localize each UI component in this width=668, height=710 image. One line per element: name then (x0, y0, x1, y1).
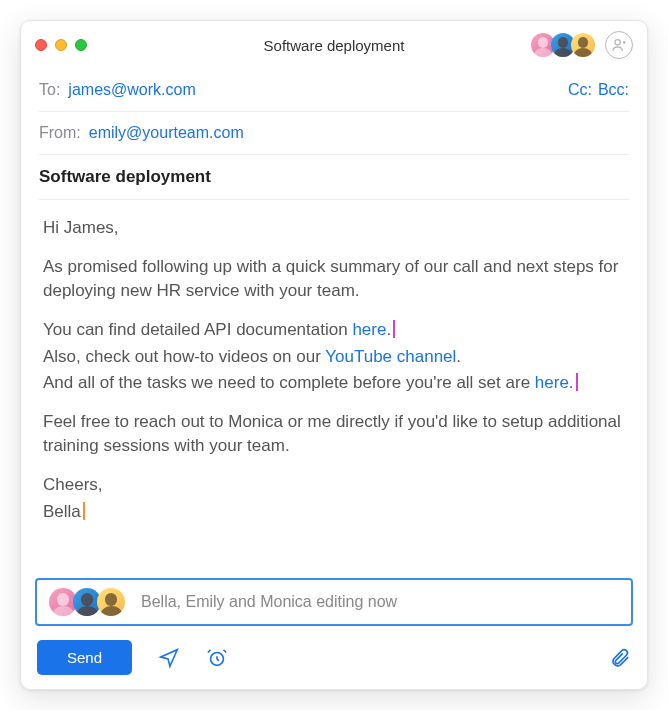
person-plus-icon (611, 37, 627, 53)
send-later-button[interactable] (158, 647, 180, 669)
cc-toggle[interactable]: Cc: (568, 81, 592, 99)
tasks-link[interactable]: here (535, 373, 569, 392)
send-button[interactable]: Send (37, 640, 132, 675)
subject-value: Software deployment (39, 167, 211, 187)
presence-avatars (529, 31, 597, 59)
collaborator-cursor-icon (393, 320, 395, 338)
from-value[interactable]: emily@yourteam.com (89, 124, 244, 142)
close-window-button[interactable] (35, 39, 47, 51)
to-label: To: (39, 81, 60, 99)
from-label: From: (39, 124, 81, 142)
subject-field[interactable]: Software deployment (39, 155, 629, 200)
bcc-toggle[interactable]: Bcc: (598, 81, 629, 99)
body-paragraph: And all of the tasks we need to complete… (43, 371, 625, 396)
header-fields: To: james@work.com Cc: Bcc: From: emily@… (21, 69, 647, 200)
editing-avatars (47, 586, 127, 618)
attach-button[interactable] (609, 647, 631, 669)
collaborator-cursor-icon (576, 373, 578, 391)
titlebar: Software deployment (21, 21, 647, 69)
message-body[interactable]: Hi James, As promised following up with … (21, 200, 647, 578)
reminder-button[interactable] (206, 647, 228, 669)
editing-now-bar: Bella, Emily and Monica editing now (35, 578, 633, 626)
body-paragraph: Also, check out how-to videos on our You… (43, 345, 625, 370)
body-paragraph: Feel free to reach out to Monica or me d… (43, 410, 625, 459)
avatar-monica[interactable] (569, 31, 597, 59)
body-paragraph: You can find detailed API documentation … (43, 318, 625, 343)
window-controls (35, 39, 87, 51)
add-collaborator-button[interactable] (605, 31, 633, 59)
body-signature: Bella (43, 500, 625, 525)
compose-window: Software deployment To: james@work.com C… (20, 20, 648, 690)
alarm-clock-icon (206, 647, 228, 669)
zoom-window-button[interactable] (75, 39, 87, 51)
collaborator-cursor-icon (83, 502, 85, 520)
from-field-row[interactable]: From: emily@yourteam.com (39, 112, 629, 155)
paperclip-icon (609, 647, 631, 669)
youtube-link[interactable]: YouTube channel (325, 347, 456, 366)
api-doc-link[interactable]: here (352, 320, 386, 339)
minimize-window-button[interactable] (55, 39, 67, 51)
to-field-row[interactable]: To: james@work.com Cc: Bcc: (39, 69, 629, 112)
body-greeting: Hi James, (43, 216, 625, 241)
to-value[interactable]: james@work.com (68, 81, 195, 99)
svg-point-0 (615, 40, 620, 45)
avatar-monica[interactable] (95, 586, 127, 618)
paper-plane-icon (158, 647, 180, 669)
body-paragraph: As promised following up with a quick su… (43, 255, 625, 304)
body-closing: Cheers, (43, 473, 625, 498)
compose-toolbar: Send (21, 634, 647, 689)
editing-now-text: Bella, Emily and Monica editing now (141, 593, 397, 611)
